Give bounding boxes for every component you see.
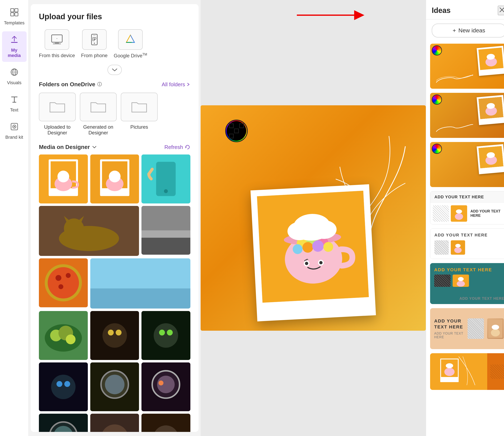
folder-label-generated: Generated on Designer	[80, 124, 117, 136]
media-thumb-4[interactable]	[39, 206, 139, 256]
folders-section-header: Folders on OneDrive ⓘ All folders	[39, 81, 190, 88]
svg-point-9	[14, 126, 15, 127]
info-icon[interactable]: ⓘ	[97, 81, 102, 87]
media-thumb-2[interactable]	[90, 155, 139, 204]
sidebar-item-my-media[interactable]: My media	[2, 31, 27, 62]
svg-rect-3	[15, 13, 18, 16]
media-thumb-11[interactable]	[39, 362, 88, 411]
idea-card-8[interactable]	[430, 353, 504, 390]
media-thumb-1[interactable]	[39, 155, 88, 204]
svg-point-26	[57, 171, 69, 182]
ideas-panel-title: Ideas	[432, 6, 450, 15]
idea-card-2[interactable]	[430, 93, 504, 138]
canvas-design[interactable]	[201, 105, 426, 331]
svg-point-57	[116, 330, 122, 336]
svg-point-134	[458, 277, 464, 281]
expand-options-button[interactable]	[108, 65, 122, 75]
media-thumb-6[interactable]	[39, 258, 88, 307]
close-ideas-button[interactable]	[498, 6, 504, 15]
svg-point-127	[455, 213, 463, 220]
add-text-label-peach: ADD YOUR TEXT HERE	[434, 318, 464, 330]
svg-point-60	[159, 330, 165, 336]
ideas-header: Ideas	[426, 0, 504, 19]
upload-google-drive[interactable]: Google DriveTM	[114, 29, 147, 59]
idea-card-6[interactable]: ADD YOUR TEXT HERE ADD YOUR TEXT HERE	[430, 263, 504, 304]
svg-point-130	[454, 247, 462, 253]
svg-point-46	[58, 284, 63, 289]
idea-card-7[interactable]: ADD YOUR TEXT HERE ADD YOUR TEXT HERE	[430, 308, 504, 349]
idea-card-5[interactable]: ADD YOUR TEXT HERE	[430, 228, 504, 259]
folder-uploaded[interactable]: Uploaded to Designer	[39, 93, 76, 136]
polaroid-image	[257, 191, 369, 303]
svg-point-68	[105, 375, 124, 394]
svg-rect-11	[55, 42, 59, 43]
svg-point-72	[159, 380, 163, 385]
from-device-label: From this device	[39, 53, 75, 58]
sidebar-item-text[interactable]: Text	[2, 91, 27, 116]
refresh-button[interactable]: Refresh	[164, 144, 190, 150]
new-ideas-button[interactable]: + New ideas	[432, 24, 504, 37]
media-thumb-3[interactable]	[142, 155, 190, 204]
media-thumb-7[interactable]	[90, 258, 190, 309]
sidebar-item-brand-kit[interactable]: Brand kit	[2, 118, 27, 144]
upload-from-device[interactable]: From this device	[39, 29, 75, 59]
add-text-label-2: ADD YOUR TEXT HERE	[469, 205, 504, 222]
svg-point-56	[108, 330, 114, 336]
media-thumb-9[interactable]	[90, 311, 139, 360]
folder-pictures[interactable]: Pictures	[121, 93, 158, 136]
folder-label-uploaded: Uploaded to Designer	[39, 124, 76, 136]
svg-point-63	[51, 375, 76, 399]
media-thumb-12[interactable]	[90, 362, 139, 411]
svg-point-128	[456, 209, 462, 213]
upload-panel: Upload your files From this device	[31, 4, 198, 432]
media-grid	[39, 155, 190, 432]
arrow-line	[297, 15, 354, 16]
svg-point-53	[66, 334, 76, 344]
from-phone-icon	[82, 29, 107, 50]
svg-point-136	[491, 329, 500, 336]
google-drive-label: Google DriveTM	[114, 53, 147, 59]
svg-point-13	[57, 38, 57, 39]
chevron-row	[39, 65, 190, 75]
idea-badge-2	[432, 94, 442, 105]
svg-point-59	[154, 323, 178, 348]
folder-icon-uploaded	[39, 93, 76, 121]
sidebar-item-visuals[interactable]: Visuals	[2, 64, 27, 89]
media-thumb-8[interactable]	[39, 311, 88, 360]
svg-point-44	[55, 275, 61, 281]
idea-badge-3	[432, 144, 442, 154]
idea-card-3[interactable]	[430, 142, 504, 187]
from-device-icon	[45, 29, 69, 50]
visuals-icon	[10, 68, 19, 78]
folder-generated[interactable]: Generated on Designer	[80, 93, 117, 136]
svg-rect-4	[11, 42, 18, 43]
media-thumb-10[interactable]	[142, 311, 190, 360]
media-section-title[interactable]: Media on Designer	[39, 144, 97, 150]
sidebar-item-label-text: Text	[10, 107, 18, 113]
svg-rect-19	[93, 39, 94, 41]
media-thumb-13[interactable]	[142, 362, 190, 411]
media-thumb-16[interactable]	[142, 414, 190, 432]
svg-rect-20	[94, 39, 95, 40]
my-media-icon	[10, 35, 19, 46]
media-thumb-5[interactable]	[142, 206, 190, 255]
svg-rect-40	[142, 230, 190, 238]
media-thumb-15[interactable]	[90, 414, 139, 432]
all-folders-link[interactable]: All folders	[162, 81, 190, 88]
upload-from-phone[interactable]: From phone	[81, 29, 108, 59]
svg-rect-0	[11, 9, 14, 12]
svg-rect-39	[142, 235, 190, 255]
svg-point-64	[56, 381, 63, 387]
svg-rect-17	[93, 37, 94, 39]
svg-rect-2	[11, 13, 14, 16]
red-arrow	[297, 10, 364, 20]
sidebar-item-templates[interactable]: Templates	[2, 4, 27, 29]
media-thumb-14[interactable]	[39, 414, 88, 432]
media-section-header: Media on Designer Refresh	[39, 144, 190, 150]
sidebar-item-label-my-media: My media	[4, 47, 25, 58]
sidebar-item-label-templates: Templates	[4, 20, 24, 26]
idea-card-4[interactable]: ADD YOUR TEXT HERE ADD YOUR TEXT HERE	[430, 191, 504, 224]
svg-point-65	[64, 381, 70, 387]
svg-point-55	[102, 323, 127, 348]
idea-card-1[interactable]	[430, 44, 504, 89]
